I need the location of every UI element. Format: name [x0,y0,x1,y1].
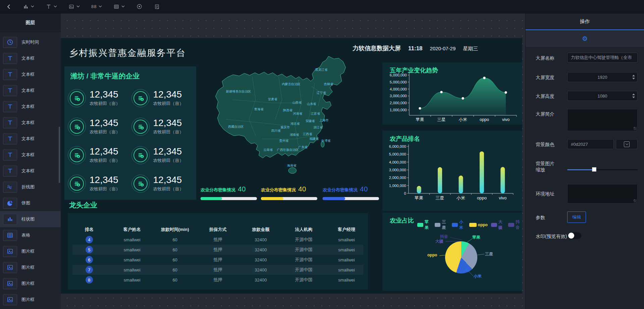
dashboard-header-right[interactable]: 力软信息数据大屏 11:18 2020-07-29 星期三 [353,44,478,52]
sidebar-item-label: 文本框 [21,87,35,94]
pie-slice-label: oppo [427,253,437,257]
screen-name-input[interactable]: 力软信息中心驾驶管理舱（全市 [567,53,638,63]
top-toolbar: 88 [0,0,644,13]
sidebar-item-text[interactable]: 文本框 [0,163,61,179]
sidebar-item-label: 柱状图 [21,216,35,222]
table-cell: 开源中国 [282,257,325,263]
china-map[interactable]: 黑龙江省吉林省辽宁省内蒙古自治区新疆维吾尔自治区西藏自治区青海省甘肃省四川省云南… [200,54,377,185]
sidebar-item-text[interactable]: 文本框 [0,131,61,147]
sidebar-item-image[interactable]: 图片框 [0,259,61,275]
province-label: 江西省 [303,132,313,136]
sidebar-item-text[interactable]: 文本框 [0,82,61,99]
table-component-icon[interactable] [113,4,125,10]
province-label: 吉林省 [324,82,334,86]
decoration-component-icon[interactable]: 88 [91,4,102,9]
stat-label: 农牧耕田（亩） [153,158,184,164]
image-component-icon[interactable] [68,4,80,10]
stat-card[interactable]: 12,345农牧耕田（亩） [68,141,131,169]
dashboard-title[interactable]: 乡村振兴普惠金融服务平台 [69,47,186,59]
zoom-slider[interactable] [567,167,638,172]
stat-card[interactable]: 12,345农牧耕田（亩） [68,169,131,198]
table-row[interactable]: 7smallwei60抵押32400开源中国smallwei [68,265,368,275]
sidebar-item-pie-chart[interactable]: 饼图 [0,195,61,211]
layer-list: 实时时间文本框文本框文本框文本框文本框文本框文本框文本框折线图饼图柱状图表格图片… [0,34,61,309]
legend-item[interactable]: 三星 [435,219,449,231]
env-url-textarea[interactable] [567,184,638,203]
text-component-icon[interactable] [46,4,57,10]
stat-card[interactable]: 12,345农牧耕田（亩） [131,84,195,112]
preview-icon[interactable] [136,3,143,10]
sidebar-item-image[interactable]: 图片框 [0,292,61,308]
legend-item[interactable]: 抖音 [508,219,522,231]
screen-height-input[interactable]: 1080 [567,91,638,101]
sidebar-item-image[interactable]: 图片框 [0,243,61,259]
width-spinner[interactable] [632,72,635,82]
bg-color-input[interactable]: #0d2027 [567,139,614,149]
toggle-knob [568,233,574,239]
legend-item[interactable]: 苹果 [417,219,431,231]
gear-icon[interactable]: ⚙ [582,35,588,43]
table-cell: 60 [154,267,197,272]
sidebar-item-text[interactable]: 文本框 [0,66,61,82]
table-row[interactable]: 8smallwei60抵押32400开源中国smallwei [68,275,368,285]
env-url-label: 环境地址 [536,191,554,197]
sidebar-item-text[interactable]: 文本框 [0,147,61,163]
sidebar-item-table[interactable]: 表格 [0,227,61,243]
screen-width-input[interactable]: 1920 [567,72,638,82]
text-icon [3,166,17,177]
ranking-bar-chart-panel[interactable]: 农产品排名 6,000,0005,000,0004,000,0003,000,0… [382,131,522,211]
progress-widget[interactable]: 农业分布密集情况40 [261,185,317,202]
svg-text:2,000,000: 2,000,000 [390,101,407,105]
stats-panel[interactable]: 潍坊 / 非常牛逼的企业 12,345农牧耕田（亩）12,345农牧耕田（亩）1… [64,66,196,200]
stat-value: 12,345 [153,146,184,156]
stat-card[interactable]: 12,345农牧耕田（亩） [68,84,131,112]
share-pie-chart-panel[interactable]: 农业占比 苹果三星小米oppo大疆抖音 苹果三星小米oppo大疆抖音 [382,212,522,291]
screen-height-value: 1080 [598,94,607,99]
sidebar-item-text[interactable]: 文本框 [0,99,61,115]
stat-card[interactable]: 12,345农牧耕田（亩） [131,141,195,169]
table-cell: smallwei [111,237,154,242]
dashboard-screen[interactable]: 乡村振兴普惠金融服务平台 力软信息数据大屏 11:18 2020-07-29 星… [61,38,522,294]
stat-card[interactable]: 12,345农牧耕田（亩） [68,112,131,141]
rank-cell: 5 [68,246,111,253]
stat-texts: 12,345农牧耕田（亩） [90,175,120,192]
legend-item[interactable]: 大疆 [491,219,505,231]
data-point [504,91,507,94]
progress-widget[interactable]: 农业分布密集情况40 [201,185,257,202]
table-cell: 60 [154,257,197,262]
screen-desc-textarea[interactable] [567,109,638,131]
leading-companies-table[interactable]: 排名客户姓名放款时间(min)担保方式放款金额法人机构客户经理 4smallwe… [68,213,368,290]
coins-icon [68,89,86,107]
stat-texts: 12,345农牧耕田（亩） [153,175,184,192]
log-icon[interactable] [154,4,160,10]
design-canvas[interactable]: 乡村振兴普惠金融服务平台 力软信息数据大屏 11:18 2020-07-29 星… [61,13,525,309]
watermark-toggle[interactable] [568,232,581,239]
legend-item[interactable]: 小米 [452,219,466,231]
table-row[interactable]: 6smallwei60抵押32400开源中国smallwei [68,255,368,265]
stat-card[interactable]: 12,345农牧耕田（亩） [131,112,195,141]
table-header-cell: 客户经理 [325,227,368,233]
bg-color-dropdown[interactable] [616,139,638,149]
sidebar-scrollbar[interactable] [59,127,60,183]
sidebar-item-clock[interactable]: 实时时间 [0,34,61,50]
chart-component-icon[interactable] [23,4,34,10]
line-chart: 6,000,0005,000,0004,000,0003,000,0002,00… [382,62,522,125]
progress-widget[interactable]: 农业分布密集情况40 [323,185,379,202]
table-row[interactable]: 5smallwei60抵押32400开源中国smallwei [68,245,368,255]
sidebar-item-bar-chart[interactable]: 柱状图 [0,211,61,227]
sidebar-item-text[interactable]: 文本框 [0,50,61,66]
trend-line-chart-panel[interactable]: 五年产业变化趋势 6,000,0005,000,0004,000,0003,00… [382,62,522,125]
sidebar-item-text[interactable]: 文本框 [0,115,61,131]
legend-item[interactable]: oppo [469,223,488,227]
height-spinner[interactable] [632,91,635,101]
back-icon[interactable] [6,4,11,9]
svg-text:4,000,000: 4,000,000 [390,87,407,91]
stat-card[interactable]: 12,345农牧耕田（亩） [131,169,195,198]
slider-handle[interactable] [592,167,596,172]
table-row[interactable]: 4smallwei60抵押32400开源中国smallwei [68,235,368,245]
sidebar-item-image[interactable]: 图片框 [0,275,61,292]
sidebar-item-line-chart[interactable]: 折线图 [0,179,61,195]
edit-params-button[interactable]: 编辑 [567,211,586,223]
rank-badge: 7 [86,266,93,273]
province-label: 新疆维吾尔自治区 [226,90,251,93]
